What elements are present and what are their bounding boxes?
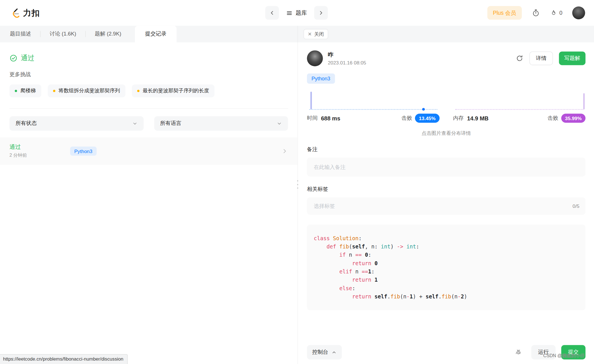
chevron-up-icon [332,350,336,355]
runtime-chart-baseline [309,109,437,110]
top-navbar: 力扣 题库 Plus 会员 [0,0,594,26]
tab-solutions[interactable]: 题解 (2.9K) [86,26,130,43]
submission-status-text: 通过 [9,144,70,151]
submission-status: 通过 2 分钟前 [9,144,70,159]
chevron-right-icon [281,148,288,154]
close-icon: ✕ [308,32,312,36]
result-status-text: 通过 [21,53,34,62]
runtime-marker-dot [422,108,425,110]
status-filter-value: 所有状态 [16,120,37,127]
tab-submissions[interactable]: 提交记录 [135,26,177,43]
code-line: elif n ==1: [314,267,579,276]
challenge-label: 最长的斐波那契子序列的长度 [143,87,209,94]
prev-problem-button[interactable] [265,6,279,20]
code-line: class Solution: [314,234,579,242]
tags-counter: 0/5 [573,203,580,209]
leetcode-logo-icon [10,8,20,18]
language-filter-select[interactable]: 所有语言 [154,116,288,131]
memory-value: 14.9 MB [467,115,489,122]
user-avatar[interactable] [572,7,585,19]
section-divider [9,108,288,109]
memory-label: 内存 [453,115,464,122]
code-line: else: [314,284,579,292]
submission-language-badge: Python3 [70,147,97,156]
daily-streak[interactable]: 0 [550,9,562,16]
tags-select-input[interactable] [313,203,568,210]
code-line: return 1 [314,276,579,284]
leetcode-logo[interactable]: 力扣 [10,8,40,18]
detail-button[interactable]: 详情 [530,51,553,65]
runtime-distribution-chart[interactable] [307,89,439,111]
browser-status-url: https://leetcode.cn/problems/fibonacci-n… [0,354,128,364]
challenge-chips: 爬楼梯 将数组拆分成斐波那契序列 最长的斐波那契子序列的长度 [9,84,288,97]
next-problem-button[interactable] [314,6,328,20]
runtime-label: 时间 [307,115,318,122]
submitter-row: 咋 2023.01.16 08:05 详情 写题解 [307,50,585,66]
refresh-icon[interactable] [516,55,524,62]
problem-nav: 题库 [265,6,328,20]
difficulty-dot [15,90,17,92]
flame-icon [550,9,557,16]
submission-time-ago: 2 分钟前 [9,152,70,159]
write-solution-button[interactable]: 写题解 [559,51,585,65]
note-input-box [307,158,585,177]
challenge-chip[interactable]: 最长的斐波那契子序列的长度 [132,84,214,97]
note-input[interactable] [313,164,580,170]
hamburger-icon [286,10,293,16]
challenge-label: 爬楼梯 [20,87,36,94]
memory-stats: 内存 14.9 MB 击败 35.99% [453,114,585,123]
runtime-value: 688 ms [321,115,340,122]
left-panel-tabs: 题目描述 讨论 (1.6K) 题解 (2.9K) 提交记录 [0,26,177,43]
submissions-panel: 通过 更多挑战 爬楼梯 将数组拆分成斐波那契序列 最长的斐波那契子序列的长度 [0,42,297,364]
timer-icon[interactable] [532,9,540,17]
language-badge-row: Python3 [307,74,585,84]
runtime-beat-badge: 13.45% [415,114,439,123]
memory-chart-spike [583,93,585,109]
result-header: 通过 [9,53,288,62]
check-circle-icon [9,54,17,62]
language-badge: Python3 [307,74,335,84]
console-label: 控制台 [312,349,328,356]
submission-row[interactable]: 通过 2 分钟前 Python3 [0,137,297,165]
submitter-avatar[interactable] [307,50,323,66]
chart-detail-hint[interactable]: 点击图片查看分布详情 [307,130,585,137]
runtime-chart-spike [310,92,312,110]
close-label: 关闭 [314,31,324,37]
tags-select-box: 0/5 [307,197,585,215]
submit-button[interactable]: 提交 [561,345,585,359]
difficulty-dot [53,90,55,92]
distribution-charts[interactable] [307,89,585,111]
submission-actions: 详情 写题解 [516,51,585,65]
submitted-code-block: class Solution: def fib(self, n: int) ->… [307,225,585,310]
problem-list-label: 题库 [296,9,307,16]
code-line: return 0 [314,259,579,267]
challenge-chip[interactable]: 将数组拆分成斐波那契序列 [47,84,125,97]
runtime-stats: 时间 688 ms 击败 13.45% [307,114,439,123]
memory-beat-label: 击败 [548,115,558,122]
memory-distribution-chart[interactable] [453,89,585,111]
code-line: if n == 0: [314,251,579,259]
challenge-chip[interactable]: 爬楼梯 [9,84,41,97]
tab-discussion[interactable]: 讨论 (1.6K) [41,26,85,43]
plus-member-button[interactable]: Plus 会员 [487,6,522,20]
code-line: return self.fib(n-1) + self.fib(n-2) [314,292,579,301]
panel-resize-handle[interactable] [296,180,299,189]
chevron-down-icon [132,121,137,126]
debug-bug-icon[interactable] [515,348,522,356]
challenge-label: 将数组拆分成斐波那契序列 [59,87,120,94]
run-button[interactable]: 运行 [531,345,555,359]
status-filter-select[interactable]: 所有状态 [9,116,143,131]
close-submission-button[interactable]: ✕ 关闭 [304,29,328,39]
streak-count: 0 [559,10,562,16]
logo-text: 力扣 [23,8,40,18]
language-filter-value: 所有语言 [160,120,182,127]
tab-problem-description[interactable]: 题目描述 [1,26,40,43]
note-label: 备注 [307,146,585,153]
result-stats: 时间 688 ms 击败 13.45% 内存 14.9 MB 击败 35.99% [307,114,585,123]
difficulty-dot [137,90,139,92]
submission-date: 2023.01.16 08:05 [328,60,366,66]
submitter-name: 咋 [328,51,366,58]
problem-list-button[interactable]: 题库 [285,9,309,16]
console-toggle-button[interactable]: 控制台 [307,345,342,359]
submission-detail-panel: 咋 2023.01.16 08:05 详情 写题解 Python3 [298,42,594,364]
